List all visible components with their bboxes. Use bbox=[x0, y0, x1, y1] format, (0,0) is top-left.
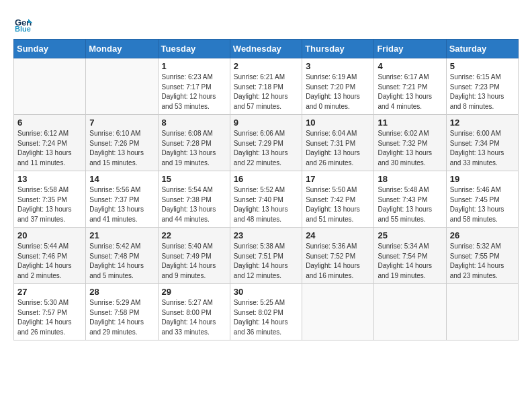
day-info: Sunrise: 5:46 AM Sunset: 7:45 PM Dayligh… bbox=[450, 185, 515, 224]
calendar-cell: 13Sunrise: 5:58 AM Sunset: 7:35 PM Dayli… bbox=[14, 171, 86, 228]
calendar-cell: 4Sunrise: 6:17 AM Sunset: 7:21 PM Daylig… bbox=[374, 58, 446, 115]
day-number: 13 bbox=[17, 174, 82, 184]
calendar-table: SundayMondayTuesdayWednesdayThursdayFrid… bbox=[13, 39, 519, 340]
day-info: Sunrise: 6:10 AM Sunset: 7:26 PM Dayligh… bbox=[89, 129, 154, 168]
calendar-cell: 21Sunrise: 5:42 AM Sunset: 7:48 PM Dayli… bbox=[86, 228, 158, 284]
day-number: 23 bbox=[234, 230, 298, 240]
day-info: Sunrise: 5:32 AM Sunset: 7:55 PM Dayligh… bbox=[450, 242, 515, 281]
logo: General Blue bbox=[13, 13, 35, 32]
calendar-cell: 7Sunrise: 6:10 AM Sunset: 7:26 PM Daylig… bbox=[86, 115, 158, 171]
calendar-cell: 20Sunrise: 5:44 AM Sunset: 7:46 PM Dayli… bbox=[14, 228, 86, 284]
day-info: Sunrise: 6:04 AM Sunset: 7:31 PM Dayligh… bbox=[306, 129, 370, 168]
day-number: 9 bbox=[234, 118, 298, 128]
calendar-week-1: 1Sunrise: 6:23 AM Sunset: 7:17 PM Daylig… bbox=[14, 58, 519, 115]
day-number: 6 bbox=[17, 118, 82, 128]
calendar-cell: 9Sunrise: 6:06 AM Sunset: 7:29 PM Daylig… bbox=[230, 115, 302, 171]
page-header: General Blue bbox=[13, 13, 519, 32]
day-number: 5 bbox=[450, 61, 515, 71]
day-info: Sunrise: 5:34 AM Sunset: 7:54 PM Dayligh… bbox=[378, 242, 442, 281]
calendar-cell bbox=[14, 58, 86, 115]
day-number: 4 bbox=[378, 61, 442, 71]
day-number: 21 bbox=[89, 230, 154, 240]
day-info: Sunrise: 5:54 AM Sunset: 7:38 PM Dayligh… bbox=[162, 185, 226, 224]
day-info: Sunrise: 5:29 AM Sunset: 7:58 PM Dayligh… bbox=[89, 298, 154, 337]
calendar-cell: 16Sunrise: 5:52 AM Sunset: 7:40 PM Dayli… bbox=[230, 171, 302, 228]
calendar-cell: 14Sunrise: 5:56 AM Sunset: 7:37 PM Dayli… bbox=[86, 171, 158, 228]
day-number: 7 bbox=[89, 118, 154, 128]
day-number: 22 bbox=[162, 230, 226, 240]
calendar-cell: 10Sunrise: 6:04 AM Sunset: 7:31 PM Dayli… bbox=[302, 115, 374, 171]
calendar-cell: 6Sunrise: 6:12 AM Sunset: 7:24 PM Daylig… bbox=[14, 115, 86, 171]
calendar-week-5: 27Sunrise: 5:30 AM Sunset: 7:57 PM Dayli… bbox=[14, 284, 519, 340]
calendar-cell: 17Sunrise: 5:50 AM Sunset: 7:42 PM Dayli… bbox=[302, 171, 374, 228]
calendar-week-4: 20Sunrise: 5:44 AM Sunset: 7:46 PM Dayli… bbox=[14, 228, 519, 284]
day-info: Sunrise: 6:06 AM Sunset: 7:29 PM Dayligh… bbox=[234, 129, 298, 168]
day-info: Sunrise: 5:38 AM Sunset: 7:51 PM Dayligh… bbox=[234, 242, 298, 281]
day-number: 26 bbox=[450, 230, 515, 240]
day-info: Sunrise: 6:08 AM Sunset: 7:28 PM Dayligh… bbox=[162, 129, 226, 168]
day-info: Sunrise: 6:15 AM Sunset: 7:23 PM Dayligh… bbox=[450, 73, 515, 111]
calendar-cell bbox=[86, 58, 158, 115]
calendar-cell: 2Sunrise: 6:21 AM Sunset: 7:18 PM Daylig… bbox=[230, 58, 302, 115]
day-number: 18 bbox=[378, 174, 442, 184]
day-info: Sunrise: 6:19 AM Sunset: 7:20 PM Dayligh… bbox=[306, 73, 370, 111]
day-info: Sunrise: 5:58 AM Sunset: 7:35 PM Dayligh… bbox=[17, 185, 82, 224]
day-info: Sunrise: 6:23 AM Sunset: 7:17 PM Dayligh… bbox=[162, 73, 226, 111]
day-number: 24 bbox=[306, 230, 370, 240]
calendar-week-2: 6Sunrise: 6:12 AM Sunset: 7:24 PM Daylig… bbox=[14, 115, 519, 171]
calendar-cell: 27Sunrise: 5:30 AM Sunset: 7:57 PM Dayli… bbox=[14, 284, 86, 340]
calendar-cell: 26Sunrise: 5:32 AM Sunset: 7:55 PM Dayli… bbox=[446, 228, 518, 284]
svg-text:Blue: Blue bbox=[15, 25, 31, 32]
day-number: 14 bbox=[89, 174, 154, 184]
day-number: 19 bbox=[450, 174, 515, 184]
day-info: Sunrise: 6:00 AM Sunset: 7:34 PM Dayligh… bbox=[450, 129, 515, 168]
day-info: Sunrise: 5:50 AM Sunset: 7:42 PM Dayligh… bbox=[306, 185, 370, 224]
calendar-cell bbox=[302, 284, 374, 340]
day-number: 11 bbox=[378, 118, 442, 128]
day-info: Sunrise: 5:56 AM Sunset: 7:37 PM Dayligh… bbox=[89, 185, 154, 224]
day-info: Sunrise: 5:25 AM Sunset: 8:02 PM Dayligh… bbox=[234, 298, 298, 337]
weekday-header-tuesday: Tuesday bbox=[158, 40, 230, 58]
day-number: 27 bbox=[17, 287, 82, 297]
calendar-cell: 1Sunrise: 6:23 AM Sunset: 7:17 PM Daylig… bbox=[158, 58, 230, 115]
day-number: 29 bbox=[162, 287, 226, 297]
calendar-week-3: 13Sunrise: 5:58 AM Sunset: 7:35 PM Dayli… bbox=[14, 171, 519, 228]
day-number: 20 bbox=[17, 230, 82, 240]
weekday-header-row: SundayMondayTuesdayWednesdayThursdayFrid… bbox=[14, 40, 519, 58]
day-number: 8 bbox=[162, 118, 226, 128]
day-info: Sunrise: 5:52 AM Sunset: 7:40 PM Dayligh… bbox=[234, 185, 298, 224]
calendar-cell bbox=[446, 284, 518, 340]
day-number: 12 bbox=[450, 118, 515, 128]
calendar-cell: 19Sunrise: 5:46 AM Sunset: 7:45 PM Dayli… bbox=[446, 171, 518, 228]
calendar-cell: 8Sunrise: 6:08 AM Sunset: 7:28 PM Daylig… bbox=[158, 115, 230, 171]
calendar-cell: 24Sunrise: 5:36 AM Sunset: 7:52 PM Dayli… bbox=[302, 228, 374, 284]
day-info: Sunrise: 5:40 AM Sunset: 7:49 PM Dayligh… bbox=[162, 242, 226, 281]
weekday-header-thursday: Thursday bbox=[302, 40, 374, 58]
day-number: 30 bbox=[234, 287, 298, 297]
calendar-cell: 15Sunrise: 5:54 AM Sunset: 7:38 PM Dayli… bbox=[158, 171, 230, 228]
calendar-cell: 25Sunrise: 5:34 AM Sunset: 7:54 PM Dayli… bbox=[374, 228, 446, 284]
weekday-header-friday: Friday bbox=[374, 40, 446, 58]
day-info: Sunrise: 5:36 AM Sunset: 7:52 PM Dayligh… bbox=[306, 242, 370, 281]
day-info: Sunrise: 5:27 AM Sunset: 8:00 PM Dayligh… bbox=[162, 298, 226, 337]
day-info: Sunrise: 5:44 AM Sunset: 7:46 PM Dayligh… bbox=[17, 242, 82, 281]
day-info: Sunrise: 5:42 AM Sunset: 7:48 PM Dayligh… bbox=[89, 242, 154, 281]
day-info: Sunrise: 5:48 AM Sunset: 7:43 PM Dayligh… bbox=[378, 185, 442, 224]
day-number: 10 bbox=[306, 118, 370, 128]
calendar-cell: 11Sunrise: 6:02 AM Sunset: 7:32 PM Dayli… bbox=[374, 115, 446, 171]
calendar-cell: 12Sunrise: 6:00 AM Sunset: 7:34 PM Dayli… bbox=[446, 115, 518, 171]
calendar-cell: 3Sunrise: 6:19 AM Sunset: 7:20 PM Daylig… bbox=[302, 58, 374, 115]
calendar-cell: 29Sunrise: 5:27 AM Sunset: 8:00 PM Dayli… bbox=[158, 284, 230, 340]
calendar-cell: 30Sunrise: 5:25 AM Sunset: 8:02 PM Dayli… bbox=[230, 284, 302, 340]
calendar-cell: 22Sunrise: 5:40 AM Sunset: 7:49 PM Dayli… bbox=[158, 228, 230, 284]
day-number: 2 bbox=[234, 61, 298, 71]
day-number: 25 bbox=[378, 230, 442, 240]
calendar-cell: 28Sunrise: 5:29 AM Sunset: 7:58 PM Dayli… bbox=[86, 284, 158, 340]
day-number: 1 bbox=[162, 61, 226, 71]
calendar-cell bbox=[374, 284, 446, 340]
day-number: 15 bbox=[162, 174, 226, 184]
day-number: 17 bbox=[306, 174, 370, 184]
weekday-header-wednesday: Wednesday bbox=[230, 40, 302, 58]
day-number: 16 bbox=[234, 174, 298, 184]
day-number: 3 bbox=[306, 61, 370, 71]
